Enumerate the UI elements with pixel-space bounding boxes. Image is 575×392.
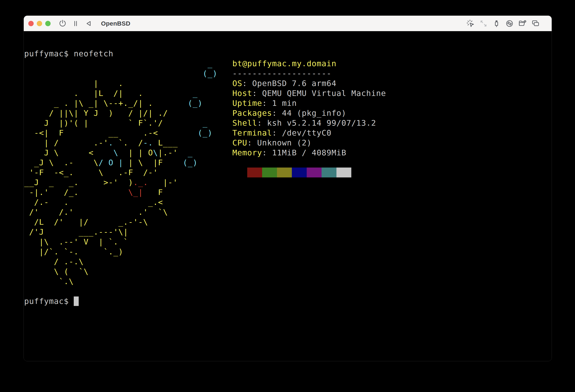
ascii-art-line: _ bbox=[24, 59, 217, 68]
info-line: Shell: ksh v5.2.14 99/07/13.2 bbox=[232, 118, 386, 128]
ascii-art-line: _J \ .- \/ O | | \ |F (_) bbox=[24, 158, 217, 168]
ascii-art-line: J \ < \ | | O\|.-' _ bbox=[24, 148, 217, 158]
play-back-icon[interactable] bbox=[84, 19, 93, 28]
ascii-art-line: |\ .--' V | `. ` bbox=[24, 237, 217, 247]
pointer-capture-icon[interactable] bbox=[466, 19, 475, 28]
info-title: bt@puffymac.my.domain bbox=[232, 59, 386, 68]
minimize-button[interactable] bbox=[37, 21, 42, 26]
resize-icon bbox=[479, 19, 488, 28]
close-button[interactable] bbox=[28, 21, 34, 26]
palette-swatch bbox=[292, 168, 307, 177]
disc-icon[interactable] bbox=[505, 19, 514, 28]
traffic-lights bbox=[28, 21, 51, 26]
ascii-art-line: -|.' /_. \_| F bbox=[24, 187, 217, 197]
system-info: bt@puffymac.my.domain-------------------… bbox=[232, 59, 386, 158]
ascii-art-line: __J _ _. >-' )._. |-' bbox=[24, 177, 217, 187]
ascii-art-line: `.\ bbox=[24, 277, 217, 286]
ascii-art-line: . |L /| . _ bbox=[24, 88, 217, 98]
power-icon[interactable] bbox=[58, 19, 67, 28]
info-line: Terminal: /dev/ttyC0 bbox=[232, 128, 386, 138]
ascii-art-line: \ ( `\ bbox=[24, 266, 217, 277]
palette-swatch bbox=[322, 168, 336, 177]
ascii-art-line: -<| F __ .-< (_) bbox=[24, 128, 217, 138]
terminal-cursor bbox=[74, 297, 79, 306]
toolbar-right bbox=[466, 19, 540, 28]
ascii-art-line: J |)'( | ` F`.'/ _ bbox=[24, 118, 217, 128]
color-palette bbox=[232, 168, 351, 177]
ascii-art-line: | / .-'. `. /-. L___ bbox=[24, 138, 217, 148]
ascii-art-line: |/`. `-. `._) bbox=[24, 247, 217, 257]
ascii-art-line: /'J ___.---'\| bbox=[24, 227, 217, 237]
ascii-art-line: | . bbox=[24, 78, 217, 88]
palette-swatch bbox=[277, 168, 292, 177]
palette-swatch bbox=[307, 168, 322, 177]
info-separator: -------------------- bbox=[232, 68, 386, 78]
command-line: puffymac$ neofetch bbox=[24, 49, 113, 59]
vm-controls bbox=[58, 19, 93, 28]
ascii-art-line: (_) bbox=[24, 68, 217, 78]
ascii-art-line: /L /' |/ _.-'-\ bbox=[24, 217, 217, 227]
ascii-art-line: /' /.' .' `\ bbox=[24, 207, 217, 217]
window-title: OpenBSD bbox=[101, 20, 130, 27]
ascii-art: _ (_) | . . |L /| . _ _ . |\ _| \--+._/|… bbox=[24, 59, 217, 286]
info-line: CPU: Unknown (2) bbox=[232, 138, 386, 148]
palette-swatch bbox=[232, 168, 247, 177]
ascii-art-line: / .-.\ bbox=[24, 257, 217, 266]
zoom-button[interactable] bbox=[45, 21, 51, 26]
info-line: Uptime: 1 min bbox=[232, 98, 386, 108]
shared-folder-icon[interactable] bbox=[518, 19, 527, 28]
info-line: OS: OpenBSD 7.6 arm64 bbox=[232, 78, 386, 88]
titlebar: OpenBSD bbox=[24, 16, 552, 31]
info-line: Memory: 11MiB / 4089MiB bbox=[232, 148, 386, 158]
palette-swatch bbox=[336, 168, 351, 177]
ascii-art-line: /.- . _.< bbox=[24, 197, 217, 207]
ascii-art-line: '-F -<_. \ .-F /-' bbox=[24, 168, 217, 177]
windows-icon[interactable] bbox=[531, 19, 540, 28]
usb-icon[interactable] bbox=[492, 19, 501, 28]
palette-swatch bbox=[247, 168, 262, 177]
info-line: Host: QEMU QEMU Virtual Machine bbox=[232, 88, 386, 98]
ascii-art-line: _ . |\ _| \--+._/| . (_) bbox=[24, 98, 217, 108]
palette-swatch bbox=[262, 168, 277, 177]
shell-prompt: puffymac$ bbox=[24, 296, 74, 306]
info-line: Packages: 44 (pkg_info) bbox=[232, 108, 386, 118]
vm-window: OpenBSD bbox=[24, 16, 552, 361]
terminal-screen[interactable]: puffymac$ neofetch _ (_) | . . |L /| . _… bbox=[24, 31, 552, 361]
pause-icon[interactable] bbox=[71, 19, 80, 28]
ascii-art-line: / ||\| Y J ) / |/| ./ bbox=[24, 108, 217, 118]
